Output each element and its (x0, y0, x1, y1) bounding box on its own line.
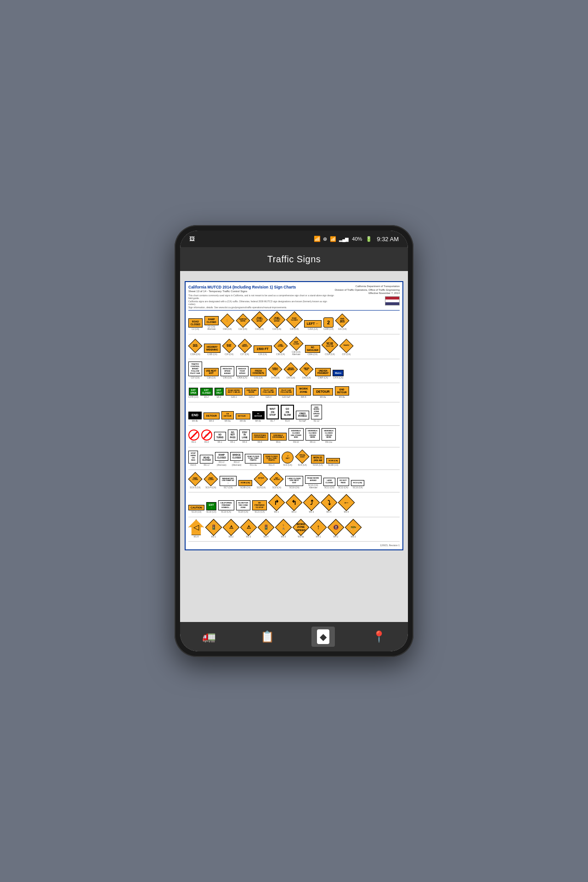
sign-sc8: SC8B (CA) SC8B (CA) (238, 480, 252, 489)
sign-detour: DETOUR M4-8a (313, 388, 333, 399)
sign-w1-8-chevron: ◁ W1-8 (188, 520, 204, 538)
notification-icon: 🖼 (189, 236, 195, 242)
sign-sidewalk: SIDEWALKCROSSWALK R9-b (270, 433, 287, 444)
sign-w4-2: 🚷 W4-2 (328, 520, 344, 538)
app-bar: Traffic Signs (180, 247, 408, 271)
bottom-nav: 🚛 📋 ◆ 📍 (180, 622, 408, 651)
bluetooth-icon: 📶 (314, 236, 320, 242)
caution-sign-text: CAUTION (188, 505, 204, 510)
sign-road-closed-diamond: ROADCLOSED C20 (CA) (287, 312, 302, 330)
nav-location[interactable]: 📍 (365, 627, 393, 647)
sign-ramp-closed-2: RAMPCLOSED C30 (CA)Alternate (289, 337, 303, 356)
nav-vehicles[interactable]: 🚛 (195, 627, 223, 647)
row-8: RAMPCLOSED SC6-3 (CA) RAMPCLOSED SC6-4 (… (188, 472, 400, 492)
sign-pedestrian: PEDESTRIANCROSSWALK R9-8 (252, 433, 268, 444)
mobile-device: 🖼 📶 ⊕ 📶 ▂▄▆ 40% 🔋 9:32 AM Traffic Signs (175, 225, 413, 657)
sign-sc21: BEPREPAREDTO STOP SC21 (CA) (252, 500, 267, 514)
sign-road-closed-ahead-alt: ROADCLOSEDAHEAD C19 (CA) (269, 312, 285, 330)
sign-w6-3: 🚧 W6-3 (345, 520, 361, 538)
sign-sc11: LANECLOSED SC11 (CA) (323, 478, 336, 489)
sign-r11-3a: ROAD CLOSEDTO ALL THRUTRAFFIC R11-3a (245, 454, 261, 466)
nav-signs[interactable]: 📋 (253, 627, 282, 647)
sign-sc10: LANE CLOSEDUSE NEXTEXIT SC10 (CA) (285, 476, 303, 489)
sign-traffic-ctrl: TRAFFICCONTROLAHEADFOLLOWPILOT CAR C37 (… (188, 362, 202, 379)
row-10: ◁ W1-8 🚦 W3-1 (188, 520, 400, 542)
content-area[interactable]: California MUTCD 2014 (Including Revisio… (180, 271, 408, 622)
sign-detour-arrow: DETOUR → M4-9b (236, 413, 250, 422)
sign-ramp-closed-rect: RAMPCLOSED R11-2(Alternate) (215, 452, 228, 466)
sign-end-work-zone: ENDWORKZONESPEEDLIMIT R2-12 (311, 405, 322, 422)
ca-flag (385, 296, 400, 305)
sign-w1-4: ⤵ W1-4 (321, 495, 337, 513)
sign-road-closed-rect: ROADCLOSED R11-2 (200, 455, 213, 466)
sign-r3-2: ↩ R3-2 (201, 430, 212, 443)
row-6: ↕ R3-1 ↩ R3-2 (188, 428, 400, 447)
sign-ramp-closed: RAMPCLOSED C2 (CA)Alternate (204, 316, 219, 331)
time-display: 9:32 AM (377, 236, 399, 243)
sign-c44: RUMBLESTRIPS C44 (CA) (268, 362, 282, 379)
battery-text: 40% (352, 236, 362, 242)
sign-w3-4: 🚦 W3-4 (258, 520, 274, 538)
sign-stay-in-lane: STAYINLANE R4-9 (239, 430, 249, 444)
sign-ca-detour: CADETOUR M4-9a (221, 411, 234, 422)
sign-c43: FRESHCONCRETE C43 (CA) (250, 368, 266, 379)
chart-note: This chart contains commonly used signs … (188, 294, 335, 309)
sign-end-detour: ENDDETOUR M4-8a (335, 386, 349, 398)
sign-metro: Metro C47A (CA) (333, 370, 344, 379)
sign-c46p: UNEVENPAVEMENT C46P (CA) (315, 368, 331, 379)
sign-g20-2: END ROADWORK G20-2 (244, 388, 259, 399)
sign-no-turns: NOTURNS R4-1 (214, 432, 226, 443)
sign-sc12: DO NOTPASS SC12 (CA) (337, 478, 349, 489)
sign-sc13: SC13 (CA) SC13 (CA) (351, 480, 365, 489)
sign-w3-5a: WORKZONESPEED W3-5a (293, 520, 309, 538)
nav-navigate[interactable]: ◆ (311, 627, 335, 647)
status-icons: 📶 ⊕ 📶 ▂▄▆ 40% 🔋 9:32 AM (314, 236, 399, 243)
sign-exit-sc16: EXIT→ SC16 (CA) (206, 502, 216, 513)
sign-exit-closed: EXITCLOSED E5-2 (200, 388, 213, 398)
sign-sc10-alt: ROAD WORKAHEAD SC10 (CA)Alternate (305, 475, 322, 489)
sign-c40a: REDUCEYOURSPEED C40A (CA) (236, 366, 249, 379)
sign-1500-ft: 1500 FT C29 (CA) (254, 345, 272, 356)
location-icon: 📍 (372, 630, 386, 643)
sign-number-2: 2 C20B (CA) (323, 317, 334, 330)
sign-fi-detour: FIDETOUR M4-9c (252, 411, 265, 422)
sign-detour-2: DETOUR M4-9 (204, 413, 220, 422)
row-7: STOPHEREONRED R10-6 ROADCLOSED R11-2 RAM… (188, 450, 400, 470)
sign-w3-2: ⚠ W3-2 (223, 520, 239, 538)
sign-fwy-detour: FWYDETOUR SC9 (CA) (270, 472, 283, 489)
agency-name: California Department of Transportation (335, 285, 400, 288)
chart-agency: California Department of Transportation … (335, 285, 400, 309)
sign-w1-3: ⤴ W1-3 (304, 495, 319, 513)
navigate-icon: ◆ (317, 629, 329, 644)
sign-w1-1: ↱ W1-1 (269, 495, 284, 513)
app-title: Traffic Signs (267, 254, 321, 265)
signs-icon: 📋 (260, 630, 274, 643)
sign-left: LEFT ← C20A (CA) (304, 320, 322, 331)
sign-sc19: CALIFORNIAFREEWAYSYMBOL... SC19 (CA) (218, 500, 234, 514)
chart-header: California MUTCD 2014 (Including Revisio… (188, 285, 400, 311)
row-3: TRAFFICCONTROLAHEADFOLLOWPILOT CAR C37 (… (188, 362, 400, 383)
sign-sc6b: SC6B (CA) SC6B (CA) (326, 458, 340, 466)
sign-w1-2: ↰ W1-2 (286, 495, 302, 513)
row-1: ROADCLOSED C2 (CA) RAMPCLOSED C2 (CA)Alt… (188, 312, 400, 334)
sign-r9-10: SIDEWALKCLOSEDUSE OTHERSIDE R9-10 (288, 428, 304, 444)
sign-traffic-control: TRAFFIC C37 (CA) (339, 339, 353, 356)
sign-sc7: MANDATORYUSE RAMP AT... SC7 (CA) (220, 476, 237, 489)
sign-wait-on-stop: WAITONSTOP R1-7 (266, 405, 279, 422)
sign-end-rect: END M4-8b (188, 412, 202, 422)
sign-w3-3: ⚠ W3-3 (241, 520, 256, 538)
sign-g20-4: PILOT CARFOLLOW ME G20-4 (260, 388, 276, 399)
sign-c46: UNEVENPAVE C46 (CA) (300, 362, 313, 379)
truck-icon: 🚛 (202, 630, 216, 643)
sign-narrow-lane: NARROWWORK C12 (CA) (236, 314, 250, 330)
sign-w3-1: 🚦 W3-1 (206, 520, 221, 538)
sign-sc5: SPECIALEVENT SC5 (CA) (295, 450, 309, 466)
sign-sc6-4: RAMPCLOSED SC6-4 (CA) (204, 472, 218, 489)
sign-g20-1: ROAD WORKNEXT 5 MILES G20-1 (226, 388, 243, 399)
sign-c40: REDUCEDSPEEDAHEAD C40 (CA) (220, 366, 234, 379)
row-2: WORKAHEAD C23A (CA) HIGHWAYWIDENING C23B… (188, 337, 400, 360)
bluetooth-icon2: ⊕ (323, 236, 327, 242)
sign-chart: California MUTCD 2014 (Including Revisio… (185, 281, 403, 550)
sign-date: MON 23JAN AM SC6A (CA) (311, 455, 324, 466)
chart-subtitle: Sheet 13 of 14 - Temporary Traffic Contr… (188, 290, 335, 294)
